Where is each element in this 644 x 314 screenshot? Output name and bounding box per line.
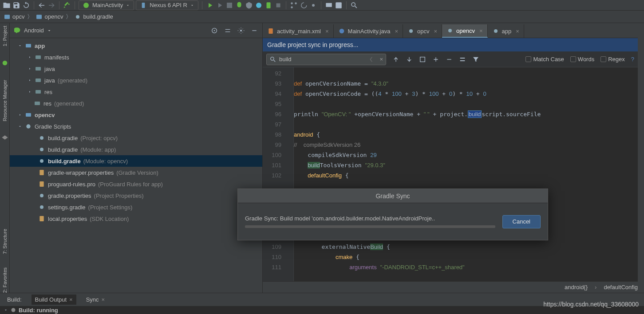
project-tree[interactable]: app manifests java java(generated) res r… bbox=[10, 38, 262, 293]
project-view-combo[interactable]: Android bbox=[14, 27, 52, 34]
tree-gradle-properties[interactable]: gradle.properties (Project Properties) bbox=[10, 190, 262, 201]
svg-rect-20 bbox=[36, 55, 41, 59]
layers-icon[interactable] bbox=[1, 135, 8, 142]
debug-icon[interactable] bbox=[235, 1, 243, 9]
tree-app[interactable]: app bbox=[10, 40, 262, 51]
history-icon[interactable] bbox=[300, 1, 308, 9]
svg-point-18 bbox=[240, 30, 242, 31]
tree-manifests[interactable]: manifests bbox=[10, 51, 262, 63]
sdk-icon[interactable] bbox=[335, 1, 343, 9]
close-tab-icon[interactable]: × bbox=[324, 28, 329, 35]
tree-opencv[interactable]: opencv bbox=[10, 109, 262, 121]
tree-buildgradle-app[interactable]: build.gradle (Module: app) bbox=[10, 144, 262, 155]
search-icon[interactable] bbox=[350, 1, 358, 9]
back-icon[interactable] bbox=[38, 1, 46, 9]
device-combo[interactable]: Nexus 6 API R bbox=[136, 0, 198, 10]
tab-opcv[interactable]: opcv× bbox=[403, 24, 442, 38]
match-case-checkbox[interactable]: Match Case bbox=[525, 56, 564, 63]
svg-point-26 bbox=[26, 124, 30, 128]
code-area[interactable]: 9293949596979899100101102108109110111 de… bbox=[263, 67, 638, 281]
select-all-icon[interactable] bbox=[419, 56, 426, 63]
tab-mainactivity[interactable]: MainActivity.java× bbox=[334, 24, 403, 38]
next-match-icon[interactable] bbox=[406, 56, 413, 63]
progress-bar bbox=[245, 225, 495, 228]
words-checkbox[interactable]: Words bbox=[570, 56, 594, 63]
select-occurrences-icon[interactable] bbox=[459, 56, 466, 63]
svg-rect-19 bbox=[26, 44, 31, 47]
apply-icon[interactable] bbox=[225, 1, 233, 9]
filter-icon[interactable] bbox=[472, 56, 479, 63]
remove-selection-icon[interactable] bbox=[446, 56, 453, 63]
tab-activity-main[interactable]: activity_main.xml× bbox=[263, 24, 334, 38]
tree-gradle-scripts[interactable]: Gradle Scripts bbox=[10, 121, 262, 132]
svg-rect-12 bbox=[4, 15, 10, 19]
tree-local-properties[interactable]: local.properties (SDK Location) bbox=[10, 213, 262, 224]
tab-app[interactable]: app× bbox=[488, 24, 524, 38]
rail-favorites[interactable]: 2: Favorites bbox=[2, 267, 8, 293]
watermark: https://blog.csdn.net/qq_33608000 bbox=[543, 301, 639, 308]
svg-point-3 bbox=[256, 3, 261, 8]
tree-settings-gradle[interactable]: settings.gradle (Project Settings) bbox=[10, 201, 262, 213]
run-icon[interactable] bbox=[206, 1, 214, 9]
tree-java-generated[interactable]: java(generated) bbox=[10, 75, 262, 86]
bottom-tab-output[interactable]: Build Output× bbox=[32, 294, 76, 305]
editor-tabs: activity_main.xml× MainActivity.java× op… bbox=[263, 23, 638, 38]
sync-icon[interactable] bbox=[22, 1, 30, 9]
minimize-icon[interactable] bbox=[251, 27, 258, 34]
tree-buildgradle-project[interactable]: build.gradle (Project: opcv) bbox=[10, 132, 262, 144]
profiler-icon[interactable] bbox=[255, 1, 263, 9]
crumb-file[interactable]: build.gradle bbox=[74, 13, 113, 20]
coverage-icon[interactable] bbox=[245, 1, 253, 9]
gutter: 9293949596979899100101102108109110111 bbox=[263, 67, 288, 281]
prev-match-icon[interactable] bbox=[392, 56, 399, 63]
tree-java[interactable]: java bbox=[10, 63, 262, 75]
rail-project[interactable]: 1: Project bbox=[2, 26, 8, 46]
history-icon[interactable] bbox=[370, 56, 377, 63]
svg-point-17 bbox=[214, 30, 215, 31]
tree-buildgradle-opencv[interactable]: build.gradle (Module: opencv) bbox=[10, 155, 262, 167]
rail-resource-manager[interactable]: Resource Manager bbox=[2, 80, 8, 122]
forward-icon[interactable] bbox=[47, 1, 55, 9]
search-field[interactable] bbox=[279, 56, 367, 63]
tree-res-generated[interactable]: res(generated) bbox=[10, 98, 262, 109]
attach-icon[interactable] bbox=[265, 1, 273, 9]
search-input[interactable]: × bbox=[266, 54, 386, 65]
svg-point-43 bbox=[12, 308, 16, 312]
bottom-tab-sync[interactable]: Sync× bbox=[83, 294, 109, 305]
rail-structure[interactable]: 7: Structure bbox=[2, 229, 8, 254]
dialog-title: Gradle Sync bbox=[238, 189, 548, 203]
crumb-root[interactable]: opcv bbox=[4, 13, 24, 20]
svg-rect-24 bbox=[35, 102, 40, 105]
add-selection-icon[interactable] bbox=[432, 56, 439, 63]
collapse-all-icon[interactable] bbox=[224, 27, 231, 34]
close-tab-icon[interactable]: × bbox=[393, 28, 398, 35]
tab-opencv[interactable]: opencv× bbox=[442, 24, 488, 38]
svg-rect-13 bbox=[36, 15, 42, 19]
code-lines[interactable]: def openCVersionName = "4.3.0" def openC… bbox=[294, 67, 638, 281]
cancel-button[interactable]: Cancel bbox=[502, 215, 541, 228]
avd-icon[interactable] bbox=[325, 1, 333, 9]
save-icon[interactable] bbox=[12, 1, 20, 9]
run-next-icon[interactable] bbox=[216, 1, 224, 9]
crumb-module[interactable]: opencv bbox=[36, 13, 63, 20]
close-search-icon[interactable]: × bbox=[379, 56, 383, 63]
git-branch-icon[interactable] bbox=[290, 1, 298, 9]
device-label: Nexus 6 API R bbox=[150, 2, 187, 8]
tree-res[interactable]: res bbox=[10, 86, 262, 98]
regex-checkbox[interactable]: Regex bbox=[601, 56, 625, 63]
hammer-icon[interactable] bbox=[63, 1, 71, 9]
close-tab-icon[interactable]: × bbox=[514, 28, 519, 35]
svg-point-29 bbox=[40, 159, 43, 163]
gear-icon[interactable] bbox=[237, 27, 245, 34]
android-icon[interactable] bbox=[1, 59, 8, 67]
tree-gradle-wrapper[interactable]: gradle-wrapper.properties (Gradle Versio… bbox=[10, 167, 262, 178]
run-config-combo[interactable]: MainActivity bbox=[79, 0, 134, 10]
tree-proguard[interactable]: proguard-rules.pro (ProGuard Rules for a… bbox=[10, 178, 262, 190]
close-tab-icon[interactable]: × bbox=[478, 27, 483, 34]
close-tab-icon[interactable]: × bbox=[432, 28, 437, 35]
git-commit-icon[interactable] bbox=[309, 1, 317, 9]
help-icon[interactable]: ? bbox=[631, 56, 634, 63]
open-icon[interactable] bbox=[3, 1, 11, 9]
stop-icon[interactable] bbox=[274, 1, 282, 9]
target-icon[interactable] bbox=[211, 27, 218, 34]
